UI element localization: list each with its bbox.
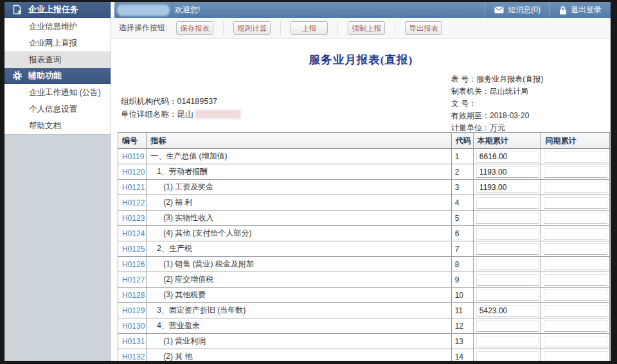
document-plus-icon bbox=[12, 4, 22, 15]
sidebar-item-enterprise-info[interactable]: 企业信息维护 bbox=[4, 18, 111, 35]
current-period-input[interactable] bbox=[476, 290, 539, 301]
meta-valid-until: 有效期至：2018-03-20 bbox=[451, 110, 603, 122]
sidebar-item-work-notice[interactable]: 企业工作通知 (公告) bbox=[4, 84, 111, 101]
meta-doc-number: 文 号： bbox=[451, 98, 603, 110]
current-period-input[interactable] bbox=[476, 320, 539, 332]
row-indicator: (4) 其他 (支付给个人部分) bbox=[147, 226, 451, 241]
messages-button[interactable]: 短消息(0) bbox=[485, 2, 550, 18]
current-period-input[interactable] bbox=[476, 228, 539, 239]
row-indicator: (2) 其 他 bbox=[147, 349, 451, 361]
report-meta-block: 表 号：服务业月报表(直报) 制表机关：昆山统计局 文 号： 有效期至：2018… bbox=[451, 73, 603, 134]
app-window: 企业上报任务 企业信息维护 企业网上直报 报表查询 辅助功能 企业工作通知 (公… bbox=[4, 2, 611, 361]
same-period-input[interactable] bbox=[544, 336, 607, 347]
same-period-input[interactable] bbox=[544, 305, 607, 316]
same-period-input[interactable] bbox=[544, 351, 607, 361]
row-line-number: 6 bbox=[451, 226, 473, 241]
table-row: H0124 (4) 其他 (支付给个人部分) 6 bbox=[118, 226, 610, 241]
topbar: 欢迎您! 短消息(0) 退出登录 bbox=[114, 2, 611, 18]
logout-button[interactable]: 退出登录 bbox=[550, 2, 611, 18]
same-period-input[interactable] bbox=[544, 290, 607, 301]
unit-name-label: 单位详细名称： bbox=[121, 108, 177, 121]
row-line-number: 12 bbox=[451, 318, 473, 334]
row-current-cell bbox=[473, 180, 541, 195]
row-code-link[interactable]: H0130 bbox=[118, 322, 145, 331]
toolbar-separator bbox=[280, 21, 281, 35]
same-period-input[interactable] bbox=[544, 228, 607, 239]
row-code-cell: H0123 bbox=[118, 211, 147, 226]
page: { "topbar": { "welcome": "欢迎您!", "messag… bbox=[0, 0, 617, 364]
toolbar-separator bbox=[395, 21, 395, 35]
export-report-button[interactable]: 导出报表 bbox=[405, 21, 442, 35]
org-info-block: 组织机构代码： 014189537 单位详细名称： 昆山 bbox=[121, 95, 241, 121]
row-line-number: 10 bbox=[451, 288, 473, 303]
row-line-number: 5 bbox=[451, 211, 473, 226]
row-same-cell bbox=[541, 211, 610, 226]
row-code-link[interactable]: H0122 bbox=[118, 198, 145, 207]
same-period-input[interactable] bbox=[544, 182, 607, 193]
current-period-input[interactable] bbox=[476, 336, 539, 347]
row-same-cell bbox=[541, 257, 610, 272]
row-indicator: (1) 销售 (营业) 税金及附加 bbox=[147, 257, 451, 272]
row-same-cell bbox=[541, 272, 610, 288]
same-period-input[interactable] bbox=[544, 197, 607, 209]
current-period-input[interactable] bbox=[476, 351, 539, 361]
rule-calc-button[interactable]: 规则计算 bbox=[233, 21, 271, 35]
row-code-link[interactable]: H0128 bbox=[118, 291, 145, 300]
row-code-link[interactable]: H0131 bbox=[118, 337, 145, 346]
current-period-input[interactable] bbox=[476, 212, 539, 224]
row-code-cell: H0130 bbox=[118, 318, 147, 334]
same-period-input[interactable] bbox=[544, 259, 607, 270]
row-code-link[interactable]: H0123 bbox=[118, 214, 145, 223]
row-code-cell: H0120 bbox=[118, 164, 147, 180]
same-period-input[interactable] bbox=[544, 320, 607, 332]
table-row: H0129 3、固定资产折旧 (当年数) 11 bbox=[118, 303, 610, 318]
same-period-input[interactable] bbox=[544, 243, 607, 255]
org-code-value: 014189537 bbox=[177, 95, 218, 108]
sidebar-item-online-report[interactable]: 企业网上直报 bbox=[4, 35, 111, 51]
table-row: H0132 (2) 其 他 14 bbox=[118, 349, 610, 361]
current-period-input[interactable] bbox=[476, 151, 539, 162]
current-period-input[interactable] bbox=[476, 166, 539, 178]
row-code-link[interactable]: H0127 bbox=[118, 275, 145, 284]
save-report-button[interactable]: 保存报表 bbox=[176, 21, 213, 35]
current-period-input[interactable] bbox=[476, 274, 539, 286]
row-code-link[interactable]: H0120 bbox=[118, 168, 145, 177]
row-code-link[interactable]: H0126 bbox=[118, 260, 145, 269]
row-current-cell bbox=[473, 195, 541, 211]
row-code-link[interactable]: H0125 bbox=[118, 245, 145, 254]
row-code-link[interactable]: H0121 bbox=[118, 183, 145, 192]
current-period-input[interactable] bbox=[476, 259, 539, 270]
same-period-input[interactable] bbox=[544, 166, 607, 178]
row-indicator: (2) 应交增值税 bbox=[147, 272, 451, 288]
current-period-input[interactable] bbox=[476, 243, 539, 255]
table-row: H0128 (3) 其他税费 10 bbox=[118, 288, 610, 303]
welcome-text: 欢迎您! bbox=[175, 4, 200, 15]
sidebar-item-report-query[interactable]: 报表查询 bbox=[4, 51, 111, 68]
toolbar-separator bbox=[223, 21, 224, 35]
table-row: H0131 (1) 营业利润 13 bbox=[118, 334, 610, 349]
sidebar-filler bbox=[4, 134, 111, 361]
sidebar-item-personal-settings[interactable]: 个人信息设置 bbox=[4, 101, 111, 117]
org-code-row: 组织机构代码： 014189537 bbox=[121, 95, 241, 108]
row-code-link[interactable]: H0129 bbox=[118, 306, 145, 315]
current-period-input[interactable] bbox=[476, 197, 539, 209]
force-submit-button[interactable]: 强制上报 bbox=[348, 21, 385, 35]
sidebar-item-help-docs[interactable]: 帮助文档 bbox=[4, 117, 111, 134]
same-period-input[interactable] bbox=[544, 274, 607, 286]
row-code-link[interactable]: H0124 bbox=[118, 229, 145, 238]
row-indicator: (3) 实物性收入 bbox=[147, 211, 451, 226]
row-code-link[interactable]: H0132 bbox=[118, 352, 145, 361]
lock-icon bbox=[559, 6, 567, 15]
unit-name-row: 单位详细名称： 昆山 bbox=[121, 108, 241, 121]
table-header-row: 编号 指标 代码 本期累计 同期累计 bbox=[118, 133, 610, 149]
row-code-cell: H0126 bbox=[118, 257, 147, 272]
sidebar-section-title: 辅助功能 bbox=[28, 70, 62, 82]
current-period-input[interactable] bbox=[476, 182, 539, 193]
same-period-input[interactable] bbox=[544, 212, 607, 224]
report-table: 编号 指标 代码 本期累计 同期累计 H0119 一、生产总值 (增加值) 1 … bbox=[118, 132, 610, 361]
row-code-link[interactable]: H0119 bbox=[118, 152, 144, 161]
table-row: H0121 (1) 工资及奖金 3 bbox=[118, 180, 610, 195]
submit-button[interactable]: 上报 bbox=[291, 21, 328, 35]
current-period-input[interactable] bbox=[476, 305, 539, 316]
same-period-input[interactable] bbox=[544, 151, 607, 162]
